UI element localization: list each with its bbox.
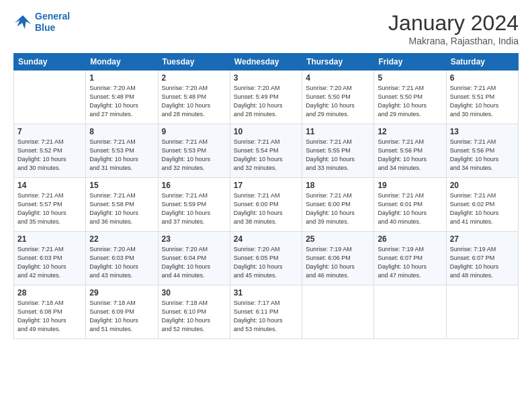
cell-info: Sunrise: 7:21 AM Sunset: 5:56 PM Dayligh… bbox=[450, 138, 515, 173]
calendar-cell: 6Sunrise: 7:21 AM Sunset: 5:51 PM Daylig… bbox=[446, 71, 518, 124]
cell-info: Sunrise: 7:21 AM Sunset: 6:03 PM Dayligh… bbox=[17, 245, 82, 280]
cell-info: Sunrise: 7:18 AM Sunset: 6:08 PM Dayligh… bbox=[17, 299, 82, 334]
cell-info: Sunrise: 7:18 AM Sunset: 6:10 PM Dayligh… bbox=[162, 299, 226, 334]
date-number: 6 bbox=[450, 73, 515, 83]
calendar-cell: 10Sunrise: 7:21 AM Sunset: 5:54 PM Dayli… bbox=[230, 124, 302, 178]
date-number: 7 bbox=[17, 127, 82, 136]
cell-info: Sunrise: 7:21 AM Sunset: 5:53 PM Dayligh… bbox=[89, 138, 154, 173]
page: General Blue January 2024 Makrana, Rajas… bbox=[0, 0, 532, 411]
logo-line2: Blue bbox=[35, 22, 55, 33]
cell-info: Sunrise: 7:20 AM Sunset: 5:50 PM Dayligh… bbox=[306, 84, 370, 119]
cell-info: Sunrise: 7:21 AM Sunset: 5:50 PM Dayligh… bbox=[378, 84, 442, 119]
cell-info: Sunrise: 7:21 AM Sunset: 5:55 PM Dayligh… bbox=[306, 138, 370, 173]
calendar-cell: 31Sunrise: 7:17 AM Sunset: 6:11 PM Dayli… bbox=[230, 285, 302, 339]
month-title: January 2024 bbox=[388, 11, 519, 36]
cell-info: Sunrise: 7:19 AM Sunset: 6:07 PM Dayligh… bbox=[450, 245, 515, 280]
cell-info: Sunrise: 7:21 AM Sunset: 6:02 PM Dayligh… bbox=[450, 191, 515, 226]
calendar-cell: 20Sunrise: 7:21 AM Sunset: 6:02 PM Dayli… bbox=[446, 178, 518, 232]
logo-icon bbox=[13, 13, 32, 32]
header-row: SundayMondayTuesdayWednesdayThursdayFrid… bbox=[14, 54, 519, 71]
col-header-wednesday: Wednesday bbox=[230, 54, 302, 71]
calendar-cell: 21Sunrise: 7:21 AM Sunset: 6:03 PM Dayli… bbox=[14, 232, 86, 285]
calendar-cell: 9Sunrise: 7:21 AM Sunset: 5:53 PM Daylig… bbox=[158, 124, 230, 178]
location-subtitle: Makrana, Rajasthan, India bbox=[388, 36, 519, 46]
calendar-cell: 28Sunrise: 7:18 AM Sunset: 6:08 PM Dayli… bbox=[14, 285, 86, 339]
logo-line1: General bbox=[35, 11, 70, 21]
calendar-cell: 19Sunrise: 7:21 AM Sunset: 6:01 PM Dayli… bbox=[374, 178, 446, 232]
date-number: 19 bbox=[378, 181, 442, 190]
date-number: 12 bbox=[378, 127, 442, 136]
date-number: 4 bbox=[306, 73, 370, 83]
week-row-3: 14Sunrise: 7:21 AM Sunset: 5:57 PM Dayli… bbox=[14, 178, 519, 232]
cell-info: Sunrise: 7:20 AM Sunset: 6:04 PM Dayligh… bbox=[162, 245, 226, 280]
calendar-cell bbox=[446, 285, 518, 339]
calendar-cell: 15Sunrise: 7:21 AM Sunset: 5:58 PM Dayli… bbox=[86, 178, 158, 232]
calendar-cell: 12Sunrise: 7:21 AM Sunset: 5:56 PM Dayli… bbox=[374, 124, 446, 178]
logo-text: General Blue bbox=[35, 11, 70, 34]
date-number: 8 bbox=[89, 127, 154, 136]
date-number: 27 bbox=[450, 234, 515, 244]
calendar-cell: 17Sunrise: 7:21 AM Sunset: 6:00 PM Dayli… bbox=[230, 178, 302, 232]
header: General Blue January 2024 Makrana, Rajas… bbox=[13, 11, 519, 46]
calendar-cell: 23Sunrise: 7:20 AM Sunset: 6:04 PM Dayli… bbox=[158, 232, 230, 285]
calendar-cell: 25Sunrise: 7:19 AM Sunset: 6:06 PM Dayli… bbox=[302, 232, 374, 285]
week-row-1: 1Sunrise: 7:20 AM Sunset: 5:48 PM Daylig… bbox=[14, 71, 519, 124]
cell-info: Sunrise: 7:19 AM Sunset: 6:07 PM Dayligh… bbox=[378, 245, 442, 280]
cell-info: Sunrise: 7:20 AM Sunset: 5:48 PM Dayligh… bbox=[162, 84, 226, 119]
cell-info: Sunrise: 7:21 AM Sunset: 5:53 PM Dayligh… bbox=[162, 138, 226, 173]
date-number: 14 bbox=[17, 181, 82, 190]
col-header-monday: Monday bbox=[86, 54, 158, 71]
calendar-cell: 3Sunrise: 7:20 AM Sunset: 5:49 PM Daylig… bbox=[230, 71, 302, 124]
date-number: 3 bbox=[234, 73, 298, 83]
col-header-tuesday: Tuesday bbox=[158, 54, 230, 71]
date-number: 29 bbox=[89, 288, 154, 298]
date-number: 11 bbox=[306, 127, 370, 136]
cell-info: Sunrise: 7:21 AM Sunset: 5:52 PM Dayligh… bbox=[17, 138, 82, 173]
date-number: 1 bbox=[89, 73, 154, 83]
calendar-cell: 4Sunrise: 7:20 AM Sunset: 5:50 PM Daylig… bbox=[302, 71, 374, 124]
date-number: 25 bbox=[306, 234, 370, 244]
title-block: January 2024 Makrana, Rajasthan, India bbox=[388, 11, 519, 46]
calendar-cell: 26Sunrise: 7:19 AM Sunset: 6:07 PM Dayli… bbox=[374, 232, 446, 285]
calendar-cell: 1Sunrise: 7:20 AM Sunset: 5:48 PM Daylig… bbox=[86, 71, 158, 124]
col-header-thursday: Thursday bbox=[302, 54, 374, 71]
date-number: 16 bbox=[162, 181, 226, 190]
cell-info: Sunrise: 7:17 AM Sunset: 6:11 PM Dayligh… bbox=[234, 299, 298, 334]
week-row-4: 21Sunrise: 7:21 AM Sunset: 6:03 PM Dayli… bbox=[14, 232, 519, 285]
calendar-cell: 11Sunrise: 7:21 AM Sunset: 5:55 PM Dayli… bbox=[302, 124, 374, 178]
cell-info: Sunrise: 7:18 AM Sunset: 6:09 PM Dayligh… bbox=[89, 299, 154, 334]
cell-info: Sunrise: 7:21 AM Sunset: 5:59 PM Dayligh… bbox=[162, 191, 226, 226]
date-number: 31 bbox=[234, 288, 298, 298]
date-number: 18 bbox=[306, 181, 370, 190]
date-number: 30 bbox=[162, 288, 226, 298]
week-row-2: 7Sunrise: 7:21 AM Sunset: 5:52 PM Daylig… bbox=[14, 124, 519, 178]
date-number: 17 bbox=[234, 181, 298, 190]
calendar-cell: 7Sunrise: 7:21 AM Sunset: 5:52 PM Daylig… bbox=[14, 124, 86, 178]
logo: General Blue bbox=[13, 11, 70, 34]
cell-info: Sunrise: 7:21 AM Sunset: 5:57 PM Dayligh… bbox=[17, 191, 82, 226]
date-number: 2 bbox=[162, 73, 226, 83]
cell-info: Sunrise: 7:21 AM Sunset: 6:01 PM Dayligh… bbox=[378, 191, 442, 226]
date-number: 13 bbox=[450, 127, 515, 136]
date-number: 26 bbox=[378, 234, 442, 244]
date-number: 21 bbox=[17, 234, 82, 244]
calendar-cell: 14Sunrise: 7:21 AM Sunset: 5:57 PM Dayli… bbox=[14, 178, 86, 232]
cell-info: Sunrise: 7:21 AM Sunset: 5:58 PM Dayligh… bbox=[89, 191, 154, 226]
cell-info: Sunrise: 7:20 AM Sunset: 5:48 PM Dayligh… bbox=[89, 84, 154, 119]
calendar-cell bbox=[302, 285, 374, 339]
cell-info: Sunrise: 7:21 AM Sunset: 5:54 PM Dayligh… bbox=[234, 138, 298, 173]
calendar-cell: 29Sunrise: 7:18 AM Sunset: 6:09 PM Dayli… bbox=[86, 285, 158, 339]
calendar-cell: 30Sunrise: 7:18 AM Sunset: 6:10 PM Dayli… bbox=[158, 285, 230, 339]
calendar-cell: 27Sunrise: 7:19 AM Sunset: 6:07 PM Dayli… bbox=[446, 232, 518, 285]
svg-marker-0 bbox=[15, 15, 31, 30]
cell-info: Sunrise: 7:21 AM Sunset: 6:00 PM Dayligh… bbox=[306, 191, 370, 226]
calendar-cell: 13Sunrise: 7:21 AM Sunset: 5:56 PM Dayli… bbox=[446, 124, 518, 178]
calendar-cell: 24Sunrise: 7:20 AM Sunset: 6:05 PM Dayli… bbox=[230, 232, 302, 285]
cell-info: Sunrise: 7:20 AM Sunset: 6:03 PM Dayligh… bbox=[89, 245, 154, 280]
date-number: 22 bbox=[89, 234, 154, 244]
cell-info: Sunrise: 7:20 AM Sunset: 5:49 PM Dayligh… bbox=[234, 84, 298, 119]
week-row-5: 28Sunrise: 7:18 AM Sunset: 6:08 PM Dayli… bbox=[14, 285, 519, 339]
calendar-cell: 16Sunrise: 7:21 AM Sunset: 5:59 PM Dayli… bbox=[158, 178, 230, 232]
cell-info: Sunrise: 7:20 AM Sunset: 6:05 PM Dayligh… bbox=[234, 245, 298, 280]
calendar-cell: 8Sunrise: 7:21 AM Sunset: 5:53 PM Daylig… bbox=[86, 124, 158, 178]
